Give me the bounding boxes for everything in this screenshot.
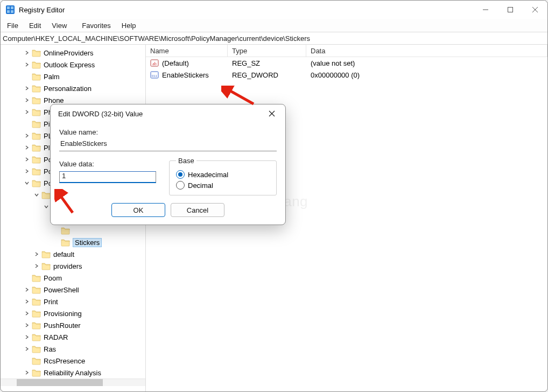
column-header-data[interactable]: Data — [306, 45, 547, 57]
tree-item-provisioning[interactable]: Provisioning — [1, 307, 145, 319]
column-header-type[interactable]: Type — [228, 45, 306, 57]
chevron-right-icon[interactable] — [23, 286, 31, 293]
tree-item-default[interactable]: default — [1, 248, 145, 260]
chevron-right-icon[interactable] — [23, 85, 31, 92]
menu-item-file[interactable]: File — [2, 19, 24, 32]
tree-item-poom[interactable]: Poom — [1, 272, 145, 284]
tree-item-label: PushRouter — [44, 321, 81, 330]
chevron-right-icon[interactable] — [23, 310, 31, 317]
tree-item-outlook-express[interactable]: Outlook Express — [1, 59, 145, 71]
reg-string-icon: ab — [150, 59, 159, 67]
tree-item-pushrouter[interactable]: PushRouter — [1, 319, 145, 331]
tree-item-print[interactable]: Print — [1, 296, 145, 307]
folder-icon — [32, 131, 41, 140]
chevron-right-icon[interactable] — [23, 61, 31, 68]
address-bar[interactable]: Computer\HKEY_LOCAL_MACHINE\SOFTWARE\Mic… — [1, 32, 547, 45]
tree-item-powershell[interactable]: PowerShell — [1, 284, 145, 296]
window-title: Registry Editor — [19, 6, 65, 14]
chevron-right-icon[interactable] — [23, 333, 31, 341]
tree-item-palm[interactable]: Palm — [1, 71, 145, 82]
svg-rect-1 — [7, 6, 10, 9]
chevron-right-icon[interactable] — [23, 369, 31, 376]
folder-icon — [32, 321, 41, 330]
value-data-label: Value data: — [59, 160, 156, 168]
chevron-right-icon[interactable] — [23, 144, 31, 151]
tree-item-reliability-analysis[interactable]: Reliability Analysis — [1, 367, 145, 379]
folder-icon — [61, 238, 71, 247]
value-row-enablestickers[interactable]: 011EnableStickersREG_DWORD0x00000000 (0) — [146, 69, 547, 81]
radio-icon — [176, 170, 185, 179]
tree-item-label: Phone — [44, 96, 64, 104]
tree-item-onlineproviders[interactable]: OnlineProviders — [1, 47, 145, 59]
value-data-field[interactable]: 1 — [59, 171, 156, 183]
chevron-right-icon[interactable] — [23, 108, 31, 116]
close-button[interactable] — [523, 1, 547, 19]
radio-decimal-label: Decimal — [188, 181, 213, 190]
chevron-right-icon[interactable] — [23, 132, 31, 139]
folder-icon — [32, 179, 41, 187]
folder-icon — [32, 297, 41, 306]
chevron-right-icon[interactable] — [23, 156, 31, 163]
dialog-close-button[interactable] — [264, 107, 280, 121]
tree-item-rcspresence[interactable]: RcsPresence — [1, 355, 145, 367]
tree-item-label: RcsPresence — [44, 357, 85, 365]
chevron-right-icon[interactable] — [33, 262, 40, 270]
svg-rect-5 — [508, 8, 513, 12]
chevron-right-icon[interactable] — [23, 167, 31, 175]
value-row-default[interactable]: ab(Default)REG_SZ(value not set) — [146, 57, 547, 69]
menu-item-view[interactable]: View — [46, 19, 72, 32]
folder-icon — [32, 60, 41, 69]
tree-item-label: RADAR — [44, 333, 68, 341]
tree-item-providers[interactable]: providers — [1, 260, 145, 272]
tree-item-ras[interactable]: Ras — [1, 343, 145, 355]
tree-item-label: Reliability Analysis — [44, 369, 101, 377]
chevron-right-icon[interactable] — [23, 298, 31, 305]
chevron-right-icon — [52, 227, 60, 234]
chevron-right-icon[interactable] — [23, 49, 31, 57]
ok-button[interactable]: OK — [111, 203, 165, 217]
minimize-button[interactable] — [473, 1, 498, 19]
svg-text:011: 011 — [152, 74, 158, 78]
tree-item-label: Print — [44, 298, 58, 306]
value-name-field[interactable]: EnableStickers — [59, 139, 277, 151]
chevron-right-icon[interactable] — [23, 345, 31, 353]
menu-item-help[interactable]: Help — [116, 19, 142, 32]
app-icon — [6, 5, 15, 14]
tree-item-stickers[interactable]: Stickers — [1, 236, 145, 248]
tree-item-label: providers — [53, 262, 82, 270]
value-name: EnableStickers — [162, 71, 209, 79]
radio-hexadecimal[interactable]: Hexadecimal — [176, 170, 270, 179]
column-header-name[interactable]: Name — [146, 45, 228, 57]
tree-item-label: Ras — [44, 345, 56, 353]
value-data: (value not set) — [306, 59, 547, 67]
value-name-label: Value name: — [59, 128, 277, 136]
radio-icon — [176, 181, 185, 190]
svg-rect-3 — [7, 10, 10, 13]
tree-item-label: Stickers — [73, 238, 102, 247]
folder-icon — [32, 309, 41, 318]
chevron-right-icon[interactable] — [23, 321, 31, 329]
tree-item-label: Palm — [44, 73, 60, 81]
value-type: REG_SZ — [228, 59, 306, 67]
folder-icon — [32, 72, 41, 81]
value-type: REG_DWORD — [228, 71, 306, 79]
menubar: FileEditViewFavoritesHelp — [1, 19, 547, 32]
menu-item-edit[interactable]: Edit — [24, 19, 46, 32]
chevron-down-icon[interactable] — [23, 179, 31, 187]
tree-item-radar[interactable]: RADAR — [1, 331, 145, 343]
tree-item[interactable] — [1, 225, 145, 236]
tree-item-personalization[interactable]: Personalization — [1, 82, 145, 94]
chevron-right-icon[interactable] — [33, 250, 40, 258]
radio-decimal[interactable]: Decimal — [176, 181, 270, 190]
tree-horizontal-scrollbar[interactable] — [1, 379, 145, 386]
chevron-right-icon[interactable] — [23, 96, 31, 104]
folder-icon — [32, 167, 41, 176]
chevron-down-icon[interactable] — [33, 191, 40, 199]
maximize-button[interactable] — [498, 1, 523, 19]
cancel-button[interactable]: Cancel — [171, 203, 224, 217]
chevron-down-icon[interactable] — [43, 203, 50, 211]
chevron-right-icon — [52, 239, 60, 246]
titlebar: Registry Editor — [1, 1, 547, 19]
folder-icon — [41, 250, 51, 258]
menu-item-favorites[interactable]: Favorites — [76, 19, 116, 32]
